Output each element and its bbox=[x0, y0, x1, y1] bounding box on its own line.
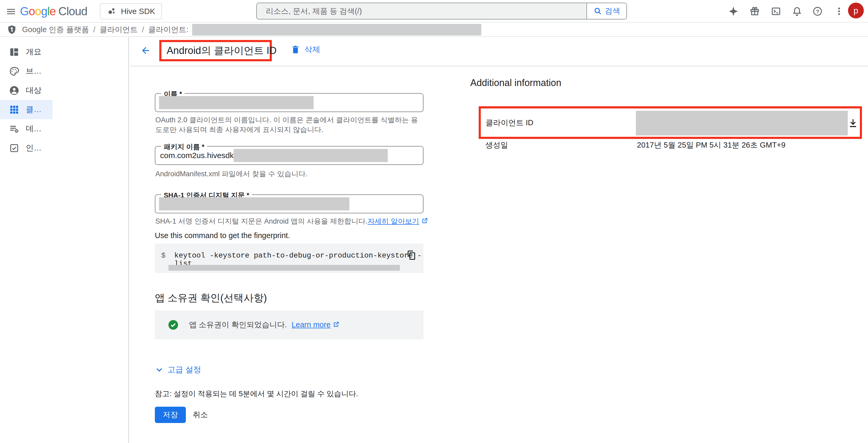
gift-icon[interactable] bbox=[749, 5, 761, 17]
more-icon[interactable] bbox=[833, 5, 845, 17]
page-title: Android의 클라이언트 ID bbox=[167, 44, 277, 57]
page-title-annotation: Android의 클라이언트 ID bbox=[159, 40, 272, 61]
auth-shield-icon bbox=[7, 25, 17, 35]
command-box: $ keytool -keystore path-to-debug-or-pro… bbox=[155, 244, 424, 273]
name-field[interactable]: 이름 * bbox=[155, 93, 424, 112]
created-date-label: 생성일 bbox=[485, 140, 508, 150]
search-icon bbox=[593, 7, 602, 16]
svg-text:?: ? bbox=[816, 9, 819, 14]
cloud-logo-text: Cloud bbox=[58, 5, 87, 18]
avatar[interactable]: p bbox=[848, 3, 864, 19]
fingerprint-hint: Use this command to get the fingerprint. bbox=[155, 231, 290, 240]
created-date-value: 2017년 5월 25일 PM 5시 31분 26초 GMT+9 bbox=[637, 140, 785, 150]
sha1-field[interactable]: SHA-1 인증서 디지털 지문 * bbox=[155, 195, 424, 213]
delete-icon bbox=[291, 45, 300, 55]
search-button-label: 검색 bbox=[605, 6, 620, 16]
verified-icon bbox=[167, 319, 179, 331]
checkbox-icon bbox=[9, 143, 20, 153]
external-link-icon bbox=[332, 321, 340, 328]
breadcrumb-redacted-value bbox=[192, 24, 481, 35]
sidebar-item-clients[interactable]: 클… bbox=[0, 100, 53, 119]
sidebar-item-audience[interactable]: 대상 bbox=[0, 81, 53, 100]
client-id-annotation: 클라이언트 ID bbox=[479, 106, 862, 139]
save-button[interactable]: 저장 bbox=[155, 407, 186, 423]
global-search: 검색 bbox=[256, 3, 627, 20]
external-link-icon bbox=[421, 217, 428, 225]
delete-button-label: 삭제 bbox=[304, 44, 320, 55]
ownership-status: 앱 소유권이 확인되었습니다. Learn more bbox=[189, 320, 340, 330]
client-id-redacted-value bbox=[636, 111, 848, 136]
ownership-heading: 앱 소유권 확인(선택사항) bbox=[155, 291, 267, 305]
breadcrumb-separator: / bbox=[89, 26, 100, 34]
google-cloud-logo: Google Cloud bbox=[20, 5, 87, 18]
sidebar-item-verification[interactable]: 인… bbox=[0, 138, 53, 157]
cancel-button[interactable]: 취소 bbox=[193, 407, 208, 423]
info-panel-heading: Additional information bbox=[470, 77, 561, 88]
package-field-help: AndroidManifest.xml 파일에서 찾을 수 있습니다. bbox=[155, 169, 424, 179]
breadcrumb-item-client: 클라이언트: bbox=[148, 25, 188, 35]
search-input[interactable] bbox=[257, 3, 586, 19]
help-icon[interactable]: ? bbox=[812, 5, 823, 17]
ownership-status-text: 앱 소유권이 확인되었습니다. bbox=[189, 320, 287, 329]
sidebar-item-data-access[interactable]: 데… bbox=[0, 119, 53, 138]
breadcrumb-separator: / bbox=[138, 26, 148, 34]
breadcrumb: Google 인증 플랫폼 / 클라이언트 / 클라이언트: bbox=[0, 23, 868, 37]
name-field-help: OAuth 2.0 클라이언트의 이름입니다. 이 이름은 콘솔에서 클라이언트… bbox=[155, 115, 424, 135]
gemini-icon[interactable] bbox=[727, 5, 739, 17]
google-logo-text: Google bbox=[20, 5, 56, 18]
project-selector[interactable]: Hive SDK bbox=[100, 3, 162, 20]
settings-note: 참고: 설정이 적용되는 데 5분에서 몇 시간이 걸릴 수 있습니다. bbox=[155, 389, 358, 399]
client-id-label: 클라이언트 ID bbox=[481, 118, 533, 128]
sidebar-item-label: 브… bbox=[26, 66, 41, 77]
breadcrumb-item-platform[interactable]: Google 인증 플랫폼 bbox=[22, 25, 89, 35]
package-field-label: 패키지 이름 * bbox=[161, 142, 207, 151]
sidebar-item-branding[interactable]: 브… bbox=[0, 62, 53, 81]
sidebar-nav: 개요 브… 대상 클… 데… 인… bbox=[0, 37, 129, 443]
sha1-field-redacted-value bbox=[159, 197, 349, 210]
package-field-redacted-value bbox=[234, 149, 388, 162]
main-content: Android의 클라이언트 ID 삭제 이름 * OAuth 2.0 클라이언… bbox=[130, 37, 868, 443]
ownership-panel: 앱 소유권이 확인되었습니다. Learn more bbox=[155, 311, 424, 339]
ownership-learn-more-link[interactable]: Learn more bbox=[291, 320, 331, 329]
package-field-value: com.com2us.hivesdk bbox=[160, 151, 234, 160]
learn-more-link[interactable]: 자세히 알아보기 bbox=[368, 217, 419, 225]
client-id-row: 클라이언트 ID bbox=[481, 108, 860, 137]
command-prompt: $ bbox=[161, 252, 165, 260]
sha1-field-help-row: SHA-1 서명 인증서 디지털 지문은 Android 앱의 사용을 제한합니… bbox=[155, 216, 424, 226]
sidebar-item-label: 클… bbox=[26, 104, 41, 115]
sidebar-item-label: 개요 bbox=[26, 47, 41, 57]
package-field[interactable]: 패키지 이름 * com.com2us.hivesdk bbox=[155, 146, 424, 165]
project-selector-label: Hive SDK bbox=[121, 7, 155, 16]
list-gear-icon bbox=[9, 124, 20, 134]
breadcrumb-item-clients[interactable]: 클라이언트 bbox=[100, 25, 138, 35]
sha1-field-help: SHA-1 서명 인증서 디지털 지문은 Android 앱의 사용을 제한합니… bbox=[155, 217, 368, 225]
download-icon[interactable] bbox=[847, 117, 859, 129]
overview-icon bbox=[9, 47, 20, 57]
palette-icon bbox=[9, 66, 20, 77]
app-header: Google Cloud Hive SDK 검색 ? bbox=[0, 0, 868, 23]
sidebar-item-label: 인… bbox=[26, 143, 41, 153]
back-icon[interactable] bbox=[141, 45, 151, 56]
sidebar-item-label: 대상 bbox=[26, 85, 41, 96]
command-redacted-line bbox=[168, 265, 400, 271]
divider bbox=[130, 66, 868, 66]
cloud-shell-icon[interactable] bbox=[770, 5, 782, 17]
advanced-settings-toggle[interactable]: 고급 설정 bbox=[155, 364, 201, 375]
delete-button[interactable]: 삭제 bbox=[291, 44, 320, 55]
search-button[interactable]: 검색 bbox=[586, 3, 626, 19]
sidebar-item-overview[interactable]: 개요 bbox=[0, 42, 53, 62]
copy-icon[interactable] bbox=[406, 250, 417, 260]
menu-icon[interactable] bbox=[5, 6, 17, 17]
chevron-down-icon bbox=[155, 365, 164, 374]
name-field-redacted-value bbox=[159, 96, 314, 109]
avatar-letter: p bbox=[854, 6, 858, 16]
person-icon bbox=[9, 85, 20, 96]
notifications-icon[interactable] bbox=[791, 5, 803, 17]
advanced-settings-label: 고급 설정 bbox=[167, 364, 201, 375]
grid-icon bbox=[9, 105, 20, 115]
sidebar-item-label: 데… bbox=[26, 123, 41, 134]
hexagons-icon bbox=[107, 6, 117, 16]
